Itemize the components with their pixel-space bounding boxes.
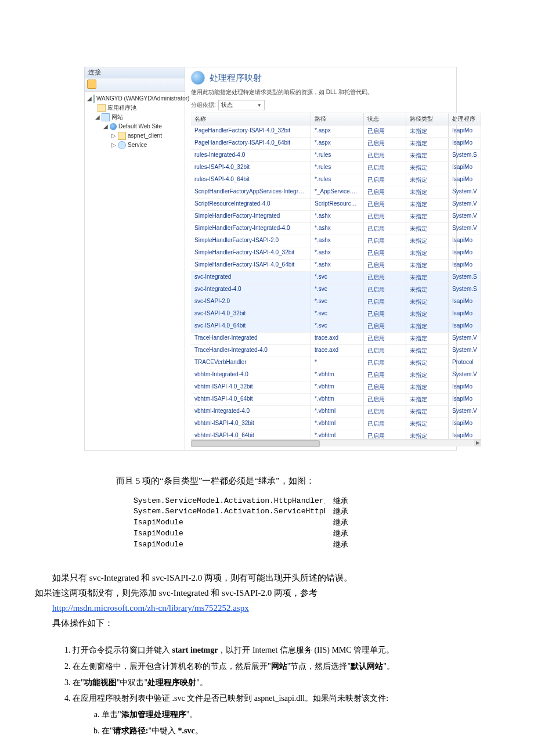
horizontal-scrollbar[interactable]: ▶ [191,439,481,447]
body-p3: 具体操作如下： [35,615,499,631]
handler-mappings-icon [191,71,205,85]
table-row[interactable]: svc-ISAPI-2.0*.svc已启用未指定IsapiMo [191,296,481,308]
server-icon [93,95,95,103]
table-row[interactable]: rules-ISAPI-4.0_32bit*.rules已启用未指定IsapiM… [191,162,481,174]
sites-icon [102,113,110,121]
tree-default-site[interactable]: ◢Default Web Site [87,122,183,131]
iis-manager-window: 连接 ◢WANGYD (WANGYD\Administrator) 应用程序池 … [84,67,457,451]
table-row[interactable]: vbhtml-Integrated-4.0*.vbhtml已启用未指定Syste… [191,406,481,418]
table-row[interactable]: SimpleHandlerFactory-Integrated-4.0*.ash… [191,223,481,235]
refresh-icon[interactable] [87,80,96,89]
col-header-name[interactable]: 名称 [191,113,311,125]
group-by-value: 状态 [221,101,233,109]
tree-server-node[interactable]: ◢WANGYD (WANGYD\Administrator) [87,94,183,103]
body-p2: 如果连这两项都没有，则先添加 svc-Integrated 和 svc-ISAP… [35,585,499,600]
inherit-row: IsapiModule继承 [134,528,453,539]
inherit-row: IsapiModule继承 [134,539,453,550]
scrollbar-thumb[interactable] [191,440,320,447]
table-row[interactable]: rules-ISAPI-4.0_64bit*.rules已启用未指定IsapiM… [191,174,481,186]
feature-description: 使用此功能指定处理特定请求类型的响应的资源，如 DLL 和托管代码。 [191,88,481,96]
feature-title: 处理程序映射 [210,73,262,84]
step-2: 在左侧窗格中，展开包含计算机名称的节点，然后展开"网站"节点，然后选择"默认网站… [73,659,470,674]
scroll-right-arrow[interactable]: ▶ [474,440,481,447]
chevron-down-icon: ▼ [257,103,262,108]
service-icon [118,141,126,149]
table-row[interactable]: SimpleHandlerFactory-ISAPI-4.0_32bit*.as… [191,247,481,260]
body-p1: 如果只有 svc-Integrated 和 svc-ISAPI-2.0 两项，则… [35,570,499,585]
server-tree[interactable]: ◢WANGYD (WANGYD\Administrator) 应用程序池 ◢网站… [85,92,185,243]
col-header-handler[interactable]: 处理程序 [449,113,481,125]
table-row[interactable]: ScriptResourceIntegrated-4.0ScriptResour… [191,199,481,211]
caption-line: 而且 5 项的“条目类型”一栏都必须是“继承”，如图： [99,474,453,489]
step-1: 打开命令提示符窗口并键入 start inetmgr，以打开 Internet … [73,643,470,658]
handler-grid: 名称 路径 状态 路径类型 处理程序 PageHandlerFactory-IS… [191,113,481,447]
connections-panel: 连接 ◢WANGYD (WANGYD\Administrator) 应用程序池 … [85,67,185,450]
step-3: 在"功能视图"中双击"处理程序映射"。 [73,675,470,690]
table-row[interactable]: vbhtml-ISAPI-4.0_64bit*.vbhtml已启用未指定Isap… [191,430,481,439]
inherit-list: System.ServiceModel.Activation.HttpHandl… [134,496,453,550]
col-header-pathtype[interactable]: 路径类型 [406,113,449,125]
caption-text: 而且 5 项的“条目类型”一栏都必须是“继承”，如图： System.Servi… [99,474,453,550]
tree-service[interactable]: ▷Service [87,141,183,150]
table-row[interactable]: vbhtm-ISAPI-4.0_32bit*.vbhtm已启用未指定IsapiM… [191,381,481,394]
grid-body[interactable]: PageHandlerFactory-ISAPI-4.0_32bit*.aspx… [191,125,481,439]
inherit-row: System.ServiceModel.Activation.ServiceHt… [134,506,453,517]
app-pool-icon [98,104,106,112]
step-4: 在应用程序映射列表中验证 .svc 文件是否已映射到 aspnet_isapi.… [73,691,470,739]
group-by-select[interactable]: 状态 ▼ [218,100,265,110]
table-row[interactable]: svc-Integrated-4.0*.svc已启用未指定System.S [191,284,481,296]
steps-list: 打开命令提示符窗口并键入 start inetmgr，以打开 Internet … [73,643,470,739]
connections-header: 连接 [85,67,185,78]
table-row[interactable]: rules-Integrated-4.0*.rules已启用未指定System.… [191,150,481,162]
substep-a: 单击"添加管理处理程序"。 [102,707,470,722]
table-row[interactable]: svc-ISAPI-4.0_32bit*.svc已启用未指定IsapiMo [191,308,481,321]
tree-sites[interactable]: ◢网站 [87,113,183,122]
table-row[interactable]: ScriptHandlerFactoryAppServices-Integrat… [191,186,481,199]
table-row[interactable]: vbhtml-ISAPI-4.0_32bit*.vbhtml已启用未指定Isap… [191,418,481,430]
table-row[interactable]: TRACEVerbHandler*已启用未指定Protocol [191,357,481,369]
table-row[interactable]: SimpleHandlerFactory-Integrated*.ashx已启用… [191,211,481,223]
feature-view: 处理程序映射 使用此功能指定处理特定请求类型的响应的资源，如 DLL 和托管代码… [185,67,487,450]
inherit-row: System.ServiceModel.Activation.HttpHandl… [134,496,453,507]
table-row[interactable]: SimpleHandlerFactory-ISAPI-4.0_64bit*.as… [191,260,481,272]
group-by-label: 分组依据: [191,101,216,109]
col-header-path[interactable]: 路径 [311,113,364,125]
inherit-row: IsapiModule继承 [134,517,453,528]
tree-aspnet-client[interactable]: ▷aspnet_client [87,131,183,141]
substep-b: 在"请求路径:"中键入 *.svc。 [102,723,470,739]
tree-app-pools[interactable]: 应用程序池 [87,103,183,113]
msdn-link[interactable]: http://msdn.microsoft.com/zh-cn/library/… [52,603,249,613]
folder-icon [118,132,126,140]
table-row[interactable]: svc-Integrated*.svc已启用未指定System.S [191,272,481,284]
table-row[interactable]: TraceHandler-Integratedtrace.axd已启用未指定Sy… [191,333,481,345]
grid-header[interactable]: 名称 路径 状态 路径类型 处理程序 [191,113,481,125]
connections-toolbar[interactable] [85,78,185,92]
body-paragraphs: 如果只有 svc-Integrated 和 svc-ISAPI-2.0 两项，则… [35,570,499,631]
table-row[interactable]: PageHandlerFactory-ISAPI-4.0_32bit*.aspx… [191,125,481,138]
table-row[interactable]: PageHandlerFactory-ISAPI-4.0_64bit*.aspx… [191,138,481,150]
table-row[interactable]: SimpleHandlerFactory-ISAPI-2.0*.ashx已启用未… [191,235,481,247]
table-row[interactable]: vbhtm-Integrated-4.0*.vbhtm已启用未指定System.… [191,369,481,381]
globe-icon [110,123,117,130]
table-row[interactable]: TraceHandler-Integrated-4.0trace.axd已启用未… [191,345,481,357]
col-header-state[interactable]: 状态 [364,113,406,125]
substeps-list: 单击"添加管理处理程序"。 在"请求路径:"中键入 *.svc。 [102,707,470,739]
table-row[interactable]: svc-ISAPI-4.0_64bit*.svc已启用未指定IsapiMo [191,321,481,333]
table-row[interactable]: vbhtm-ISAPI-4.0_64bit*.vbhtm已启用未指定IsapiM… [191,394,481,406]
